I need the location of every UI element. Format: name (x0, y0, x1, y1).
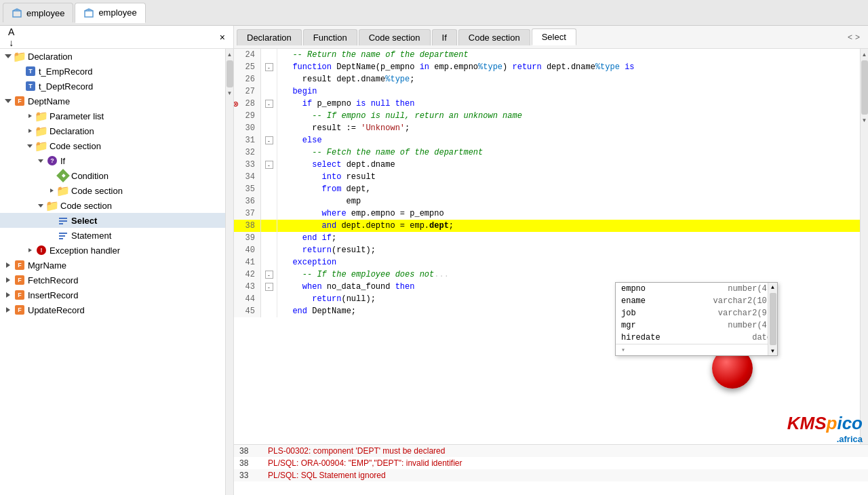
tree-item-fetch-record[interactable]: F FetchRecord (0, 273, 225, 288)
nav-prev[interactable]: < (848, 33, 852, 42)
tree-item-if[interactable]: ? If (0, 153, 225, 168)
expand-dept-name[interactable] (3, 96, 14, 106)
tab-employee-2[interactable]: employee (75, 3, 145, 23)
tree-item-code-section1[interactable]: 📁 Code section (0, 138, 225, 153)
ac-item-ename[interactable]: ename varchar2(10) (616, 295, 777, 307)
tree-item-param-list[interactable]: 📁 Parameter list (0, 108, 225, 123)
if-icon: ? (46, 155, 58, 167)
expand-stmt (46, 230, 57, 241)
code-tab-codesection1[interactable]: Code section (359, 29, 431, 45)
tree-item-condition[interactable]: ◆ Condition (0, 168, 225, 183)
code-tab-declaration[interactable]: Declaration (237, 29, 302, 45)
left-scrollbar[interactable]: ▲ ▼ (225, 49, 233, 495)
tree-label-code-section1: Code section (50, 141, 101, 151)
autocomplete-list: empno number(4) ename varchar2(10) job v… (616, 283, 777, 355)
tree-item-code-section2[interactable]: 📁 Code section (0, 183, 225, 198)
tree-item-insert-record[interactable]: F InsertRecord (0, 288, 225, 302)
ac-scrollbar[interactable]: ▲ ▼ (768, 283, 777, 355)
right-scroll-thumb[interactable] (861, 60, 868, 115)
top-tab-bar: employee employee (0, 0, 868, 26)
tree-label-dept-name: DeptName (28, 96, 70, 106)
scroll-down-arrow[interactable]: ▼ (226, 89, 233, 98)
fold-31[interactable]: - (265, 136, 273, 144)
expand-mgr[interactable] (3, 260, 14, 271)
expand-declaration2[interactable] (24, 125, 35, 136)
ac-item-empno[interactable]: empno number(4) (616, 283, 777, 295)
sort-button[interactable]: A↓ (5, 25, 17, 50)
expand-cs3[interactable] (35, 200, 46, 211)
fold-43[interactable]: - (265, 283, 273, 291)
func-icon-insert: F (14, 289, 26, 301)
tree-label-mgr: MgrName (28, 260, 66, 271)
expand-t-emp (14, 66, 24, 77)
right-scroll-up[interactable]: ▲ (861, 50, 868, 59)
code-line-39: 39 end if; (234, 232, 860, 244)
expand-code-section1[interactable] (24, 140, 35, 151)
code-line-32: 32 -- Fetch the name of the department (234, 146, 860, 159)
tree-label-declaration2: Declaration (50, 126, 94, 136)
expand-declaration-root[interactable] (3, 51, 14, 62)
tree-label-statement: Statement (71, 231, 111, 241)
tree-item-update-record[interactable]: F UpdateRecord (0, 302, 225, 317)
right-scroll-down[interactable]: ▼ (861, 116, 868, 125)
expand-update[interactable] (3, 304, 14, 315)
ac-item-job[interactable]: job varchar2(9) (616, 307, 777, 319)
tree-item-mgr-name[interactable]: F MgrName (0, 258, 225, 273)
ac-down[interactable]: ▼ (770, 346, 776, 355)
ac-thumb[interactable] (770, 293, 776, 345)
error-row-2: 38 PL/SQL: ORA-00904: "EMP","DEPT": inva… (234, 457, 868, 469)
svg-rect-4 (59, 218, 67, 219)
code-tab-select[interactable]: Select (532, 28, 576, 45)
func-icon-update: F (14, 304, 26, 316)
tree-item-statement[interactable]: Statement (0, 228, 225, 243)
expand-condition (46, 170, 57, 181)
expand-param-list[interactable] (24, 111, 35, 121)
tree-item-dept-name[interactable]: F DeptName (0, 94, 225, 108)
type-icon-t-dept: T (24, 80, 37, 92)
fold-42[interactable]: - (265, 271, 273, 279)
tree-item-code-section3[interactable]: 📁 Code section (0, 198, 225, 213)
svg-rect-2 (85, 11, 93, 17)
error-msg-1: PLS-00302: component 'DEPT' must be decl… (268, 446, 445, 456)
close-panel-button[interactable]: × (217, 31, 228, 44)
expand-exc[interactable] (24, 245, 35, 256)
code-tab-codesection2[interactable]: Code section (458, 29, 530, 45)
tab-employee-1[interactable]: employee (3, 3, 73, 22)
tree-container[interactable]: 📁 Declaration T t_EmpRecord T t_DeptReco… (0, 49, 225, 495)
error-line-2: 38 (239, 458, 260, 468)
tree-item-declaration-root[interactable]: 📁 Declaration (0, 49, 225, 64)
ac-item-hiredate[interactable]: hiredate date (616, 332, 777, 344)
africa-text: .africa (837, 434, 863, 444)
scroll-up-arrow[interactable]: ▲ (226, 50, 233, 59)
expand-cs2[interactable] (46, 185, 57, 196)
code-tab-function[interactable]: Function (303, 29, 357, 45)
scroll-thumb-left[interactable] (226, 60, 233, 87)
tree-item-select[interactable]: Select (0, 213, 225, 228)
code-line-27: 27 begin (234, 85, 860, 98)
ac-item-mgr[interactable]: mgr number(4) (616, 319, 777, 332)
fold-33[interactable]: - (265, 161, 273, 169)
nav-next[interactable]: > (855, 33, 860, 42)
code-line-29: 29 -- If empno is null, return an unknow… (234, 110, 860, 122)
code-content[interactable]: 24 -- Return the name of the department … (234, 49, 860, 444)
code-tab-if[interactable]: If (432, 29, 457, 45)
left-panel: A↓ × 📁 Declaration T t_EmpRecord (0, 26, 234, 495)
expand-fetch[interactable] (3, 275, 14, 285)
tree-item-exc-handler[interactable]: ! Exception handler (0, 243, 225, 258)
tree-item-t-dept[interactable]: T t_DeptRecord (0, 79, 225, 94)
tree-item-declaration2[interactable]: 📁 Declaration (0, 123, 225, 138)
fold-25[interactable]: - (265, 63, 273, 71)
code-line-30: 30 result := 'Unknown'; (234, 122, 860, 134)
expand-if[interactable] (35, 155, 46, 166)
tree-item-t-emp[interactable]: T t_EmpRecord (0, 64, 225, 79)
tree-label-cs3: Code section (60, 201, 112, 211)
fold-28[interactable]: - (265, 100, 273, 108)
tree-label-exc: Exception handler (50, 245, 120, 256)
tree-label-insert: InsertRecord (28, 290, 78, 300)
autocomplete-dropdown[interactable]: empno number(4) ename varchar2(10) job v… (615, 282, 778, 356)
tree-label-condition: Condition (71, 171, 108, 181)
expand-insert[interactable] (3, 290, 14, 300)
ac-up[interactable]: ▲ (770, 283, 776, 292)
right-scrollbar[interactable]: ▲ ▼ (860, 49, 868, 444)
func-icon-mgr: F (14, 259, 26, 271)
